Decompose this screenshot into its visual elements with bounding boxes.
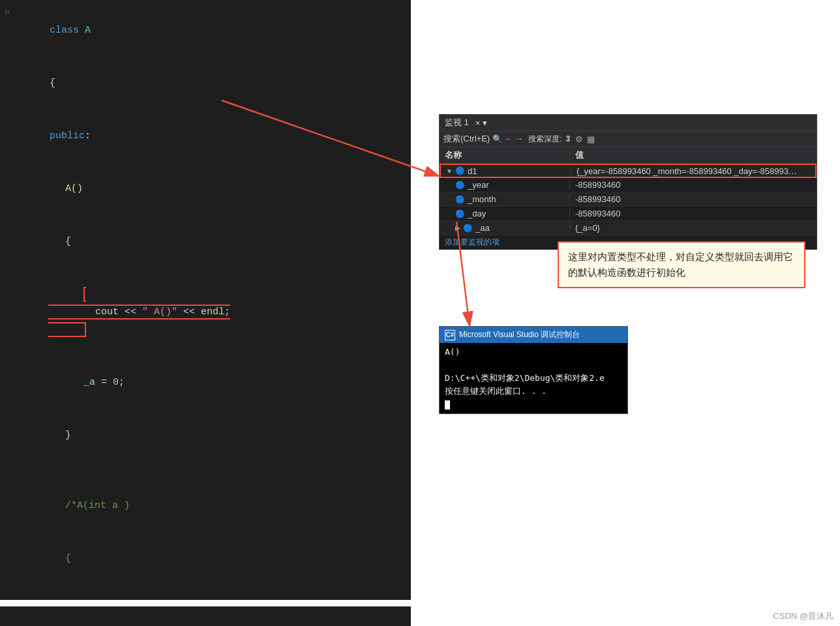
highlight-code: cout << " A()" << endl; [48, 287, 230, 337]
code-line: /*A(int a ) [0, 479, 411, 532]
line-content [12, 462, 408, 479]
code-line: { [0, 57, 411, 110]
class-name: A [85, 25, 91, 36]
watch-row-value-month: -858993460 [570, 194, 625, 205]
watch-row-name-aa: ▶ 🔵 _aa [440, 222, 570, 233]
watch-var-name: _month [468, 194, 496, 204]
watch-title: 监视 1 [445, 117, 469, 128]
col-value-header: 值 [570, 149, 589, 162]
watch-var-icon: 🔵 [463, 224, 473, 233]
nav-left-btn[interactable]: ← [505, 134, 513, 143]
watch-row-d1[interactable]: ▼ 🔵 d1 {_year=-858993460 _month=-8589934… [440, 164, 817, 178]
line-content: public: [12, 110, 408, 162]
line-content: cout << " A()" << endl; [12, 585, 408, 600]
line-content: } [12, 409, 408, 462]
brace: { [65, 236, 71, 247]
comment: { [65, 553, 71, 564]
annotation-text: 这里对内置类型不处理，对自定义类型就回去调用它的默认构造函数进行初始化 [568, 251, 793, 278]
watch-var-icon: 🔵 [455, 209, 465, 218]
code-line: { [0, 215, 411, 268]
watch-row-value-aa: {_a=0} [570, 222, 605, 233]
code-line [0, 462, 411, 479]
number: 0 [113, 377, 119, 388]
line-content: { [12, 532, 408, 585]
brace: { [50, 78, 55, 89]
console-line-4: 按任意键关闭此窗口. . . [445, 385, 622, 398]
code-line: public: [0, 110, 411, 162]
code-line: ⊟ class A [0, 4, 411, 57]
watch-row-day[interactable]: 🔵 _day -858993460 [440, 207, 817, 221]
watch-var-icon: 🔵 [455, 181, 465, 190]
watch-row-month[interactable]: 🔵 _month -858993460 [440, 192, 817, 207]
watch-toolbar: 搜索(Ctrl+E) 🔍 ← → 搜索深度: 3 ⚙ ▦ [440, 131, 817, 147]
function-name: A() [65, 183, 83, 194]
cout-call: cout [95, 306, 119, 318]
depth-label: 搜索深度: [528, 134, 562, 145]
line-content: class A [12, 4, 408, 57]
console-window: C# Microsoft Visual Studio 调试控制台 A() D:\… [439, 326, 628, 414]
watch-column-headers: 名称 值 [440, 147, 817, 164]
watch-row-name-d1: ▼ 🔵 d1 [441, 166, 571, 177]
watch-row-value-d1: {_year=-858993460 _month=-858993460 _day… [571, 166, 806, 177]
punct: : [85, 130, 91, 142]
console-title: Microsoft Visual Studio 调试控制台 [459, 329, 580, 340]
watch-row-year[interactable]: 🔵 _year -858993460 [440, 178, 817, 192]
code-line: cout << " A()" << endl; [0, 585, 411, 600]
line-content: /*A(int a ) [12, 479, 408, 532]
brace: } [65, 430, 71, 441]
code-line-highlighted: cout << " A()" << endl; [0, 268, 411, 356]
watch-row-name-month: 🔵 _month [440, 194, 570, 205]
code-line: _a = 0; [0, 356, 411, 409]
expand-arrow-icon[interactable]: ▼ [446, 168, 453, 175]
string-literal: " A()" [142, 306, 177, 318]
annotation-box: 这里对内置类型不处理，对自定义类型就回去调用它的默认构造函数进行初始化 [558, 241, 805, 288]
comment: /*A(int a ) [65, 500, 130, 511]
code-line: } [0, 409, 411, 462]
line-content: { [12, 57, 408, 110]
watch-var-icon: 🔵 [455, 195, 465, 204]
console-icon: C# [445, 330, 455, 340]
watch-row-value-year: -858993460 [570, 179, 625, 190]
watch-close-button[interactable]: × ▾ [475, 118, 487, 128]
watch-var-name: _day [468, 209, 486, 218]
punct: << [177, 306, 201, 318]
console-line-1: A() [445, 346, 622, 359]
watch-var-icon: 🔵 [455, 166, 465, 175]
punct: ; [224, 306, 230, 318]
watch-var-name: _aa [475, 223, 490, 233]
watch-titlebar: 监视 1 × ▾ [440, 115, 817, 131]
col-name-header: 名称 [440, 149, 570, 162]
editor-bottom-bar [0, 606, 411, 626]
punct: ; [119, 377, 125, 388]
watch-window: 监视 1 × ▾ 搜索(Ctrl+E) 🔍 ← → 搜索深度: 3 ⚙ ▦ 名称… [439, 114, 817, 250]
watch-var-name: d1 [468, 166, 477, 176]
watch-row-name-year: 🔵 _year [440, 179, 570, 190]
search-icon: 🔍 [492, 134, 502, 143]
watch-var-name: _year [468, 180, 489, 190]
fold-icon[interactable]: ⊟ [3, 4, 12, 22]
line-content: { [12, 215, 408, 268]
watch-row-aa[interactable]: ▶ 🔵 _aa {_a=0} [440, 221, 817, 235]
depth-value: 3 [565, 134, 570, 143]
code-editor: ⊟ class A { public: A() { cout [0, 0, 411, 600]
console-body: A() D:\C++\类和对象2\Debug\类和对象2.e 按任意键关闭此窗口… [440, 343, 627, 413]
console-line-2 [445, 359, 622, 372]
console-titlebar: C# Microsoft Visual Studio 调试控制台 [440, 327, 627, 343]
nav-right-btn[interactable]: → [515, 134, 523, 143]
keyword: class [50, 25, 85, 36]
line-content: _a = 0; [12, 356, 408, 409]
line-content: cout << " A()" << endl; [12, 268, 408, 356]
watch-row-name-day: 🔵 _day [440, 208, 570, 219]
variable: _a [83, 377, 95, 388]
endl-call: endl [201, 306, 224, 318]
console-line-5 [445, 398, 622, 411]
punct: = [95, 377, 113, 388]
cursor-icon [445, 400, 450, 410]
settings-icon[interactable]: ⚙ [575, 134, 583, 144]
expand-arrow-icon[interactable]: ▶ [455, 224, 460, 231]
watch-extra-btn[interactable]: ▦ [587, 134, 595, 144]
code-line: A() [0, 162, 411, 215]
console-line-3: D:\C++\类和对象2\Debug\类和对象2.e [445, 372, 622, 385]
punct: << [119, 306, 142, 318]
search-label: 搜索(Ctrl+E) [443, 133, 490, 145]
